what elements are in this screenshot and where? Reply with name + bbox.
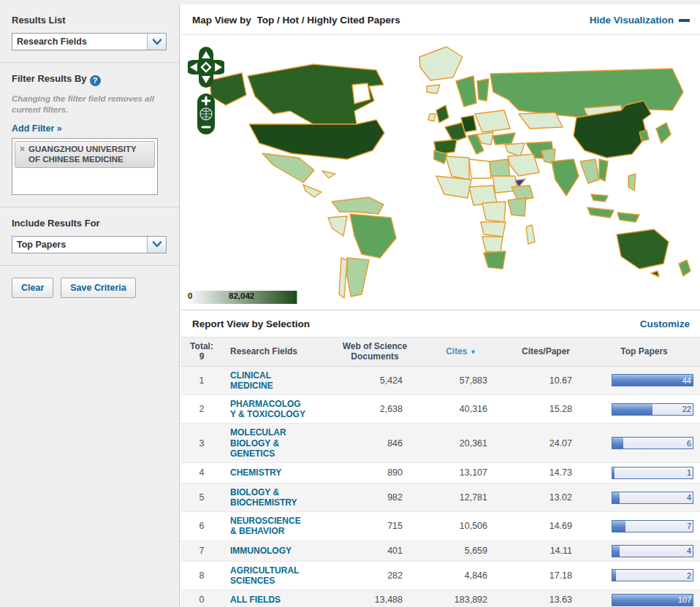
country-iceland [427,85,440,93]
research-field-link[interactable]: CLINICAL MEDICINE [230,370,306,391]
customize-link[interactable]: Customize [640,318,690,329]
wos-documents-cell: 715 [331,512,419,541]
column-header-top-papers[interactable]: Top Papers [588,337,700,366]
country-japan [656,123,671,143]
chevron-down-icon[interactable] [147,237,166,253]
report-view-title: Report View by Selection [192,318,310,329]
column-header-cites-per-paper[interactable]: Cites/Paper [503,337,588,366]
country-vietnam [599,159,608,181]
rank-cell: 3 [180,424,223,462]
top-papers-value: 6 [687,438,691,448]
top-papers-bar-fill [612,467,615,478]
rank-cell: 8 [180,561,223,589]
country-namibia-botswana [482,237,503,253]
research-field-cell: PHARMACOLOGY & TOXICOLOGY [223,395,331,424]
top-papers-bar-fill [612,521,625,532]
filter-results-section: Filter Results By? Changing the filter f… [0,63,179,207]
country-usa [249,120,384,159]
top-papers-value: 4 [687,492,691,503]
world-map-area: 0 82,042 [180,35,700,310]
report-table-row: 2 PHARMACOLOGY & TOXICOLOGY 2,638 40,316… [180,395,700,424]
active-filters-box: × GUANGZHOU UNIVERSITY OF CHINESE MEDICI… [12,138,158,195]
wos-documents-cell: 2,638 [331,395,419,424]
remove-filter-icon[interactable]: × [20,145,25,154]
wos-documents-cell: 846 [331,424,419,462]
top-papers-bar[interactable]: 4 [612,545,693,557]
top-papers-value: 4 [687,546,691,557]
help-question-icon[interactable]: ? [90,75,101,86]
filter-tag[interactable]: × GUANGZHOU UNIVERSITY OF CHINESE MEDICI… [15,141,155,169]
rank-cell: 2 [180,395,223,424]
research-field-cell: MOLECULAR BIOLOGY & GENETICS [223,424,331,462]
results-list-dropdown[interactable]: Research Fields [12,33,167,50]
research-field-link[interactable]: BIOLOGY & BIOCHEMISTRY [230,487,306,508]
cites-per-paper-cell: 13.63 [503,589,588,607]
cites-per-paper-cell: 14.69 [503,512,588,541]
add-filter-link[interactable]: Add Filter » [12,123,62,134]
country-uk [436,105,449,123]
main-panel: Map View by Top / Hot / Highly Cited Pap… [180,4,700,607]
top-papers-bar[interactable]: 107 [612,594,693,606]
wos-documents-cell: 890 [331,462,419,483]
report-table-row: 5 BIOLOGY & BIOCHEMISTRY 982 12,781 13.0… [180,483,700,511]
country-indonesia-east [617,213,639,222]
world-choropleth-map[interactable] [204,38,698,301]
research-field-link[interactable]: PHARMACOLOGY & TOXICOLOGY [230,399,306,419]
top-papers-bar-fill [612,492,620,503]
research-field-link[interactable]: MOLECULAR BIOLOGY & GENETICS [230,427,306,458]
top-papers-bar[interactable]: 4 [612,492,693,504]
rank-cell: 5 [180,483,223,511]
top-papers-cell: 7 [588,512,700,541]
top-papers-value: 1 [687,467,691,478]
top-papers-bar[interactable]: 44 [612,374,693,386]
chevron-down-icon[interactable] [147,34,166,50]
country-angola-zambia [481,222,506,237]
map-view-header: Map View by Top / Hot / Highly Cited Pap… [180,4,700,35]
report-table-row: 0 ALL FIELDS 13,488 183,892 13.63 107 [180,589,700,607]
top-papers-bar-fill [612,375,693,386]
cites-per-paper-cell: 17.18 [503,561,588,589]
top-papers-bar[interactable]: 6 [612,437,693,449]
save-criteria-button[interactable]: Save Criteria [61,278,135,298]
top-papers-bar[interactable]: 7 [612,520,693,532]
research-field-cell: ALL FIELDS [223,589,331,607]
country-myanmar-thailand [580,159,599,183]
top-papers-bar[interactable]: 2 [612,569,693,581]
research-field-cell: IMMUNOLOGY [223,541,331,561]
filter-note: Changing the filter field removes all cu… [12,93,167,115]
filter-tag-label: GUANGZHOU UNIVERSITY OF CHINESE MEDICINE [28,145,150,165]
top-papers-value: 22 [682,404,691,415]
rank-cell: 1 [180,366,223,394]
top-papers-cell: 107 [588,589,700,607]
clear-button[interactable]: Clear [12,278,53,298]
research-field-link[interactable]: ALL FIELDS [230,595,306,605]
sidebar-buttons: Clear Save Criteria [0,266,179,310]
column-header-cites-sorted[interactable]: Cites ▼ [419,337,503,366]
results-list-heading: Results List [12,15,167,26]
research-field-link[interactable]: IMMUNOLOGY [230,546,306,556]
filter-results-heading: Filter Results By? [12,73,167,86]
research-field-link[interactable]: CHEMISTRY [230,467,306,478]
cites-cell: 4,846 [419,561,503,589]
top-papers-bar-fill [612,438,623,448]
cites-cell: 40,316 [419,395,503,424]
country-philippines [628,174,636,191]
country-new-zealand [679,260,691,276]
country-algeria [446,156,469,180]
top-papers-cell: 2 [588,561,700,589]
wos-documents-cell: 5,424 [331,366,419,394]
top-papers-bar[interactable]: 1 [612,467,693,479]
country-south-africa [484,251,506,269]
include-results-dropdown[interactable]: Top Papers [12,236,167,253]
research-field-link[interactable]: NEUROSCIENCE & BEHAVIOR [230,516,306,536]
country-drc [482,202,506,222]
research-field-link[interactable]: AGRICULTURAL SCIENCES [230,565,306,586]
cites-cell: 10,506 [419,512,503,541]
central-america [303,185,322,197]
hide-visualization-link[interactable]: Hide Visualization [590,15,690,26]
caribbean-islands [322,171,335,178]
top-papers-bar[interactable]: 22 [612,403,693,416]
column-header-wos-documents[interactable]: Web of Science Documents [331,337,419,366]
country-finland [477,79,489,101]
country-norway-sweden [456,76,476,107]
